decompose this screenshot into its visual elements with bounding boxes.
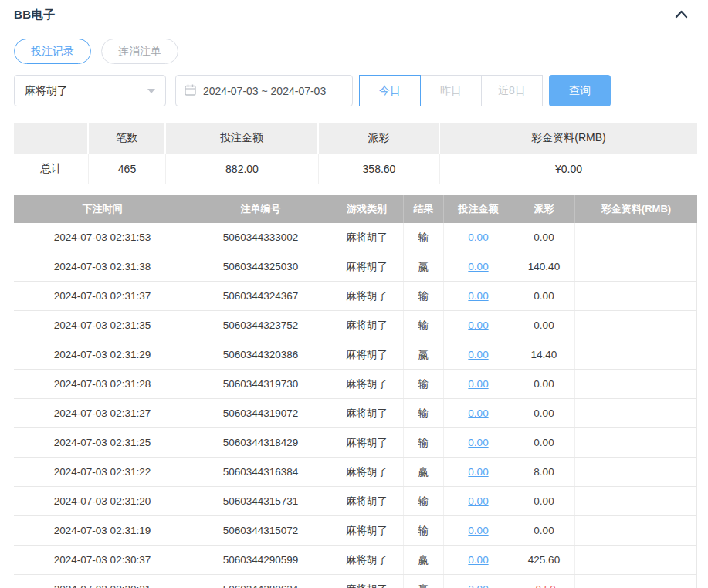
bet-amount-cell: 0.00 — [444, 311, 513, 340]
records-header-time: 下注时间 — [14, 195, 191, 223]
game-type-cell: 麻将胡了 — [330, 223, 404, 252]
table-row: 2024-07-03 02:30:215060344280634麻将胡了赢2.0… — [14, 575, 697, 588]
order-number-cell: 5060344319072 — [191, 399, 330, 427]
chevron-down-icon — [147, 89, 155, 93]
payout-cell: -0.50 — [513, 575, 575, 588]
quick-date-group: 今日 昨日 近8日 — [359, 75, 543, 106]
game-type-cell: 麻将胡了 — [330, 575, 404, 588]
game-type-cell: 麻将胡了 — [330, 399, 404, 427]
bet-amount-link[interactable]: 0.00 — [468, 290, 488, 302]
result-cell: 输 — [404, 282, 444, 310]
tab-cancel-orders-label: 连消注单 — [118, 45, 161, 59]
yesterday-button-label: 昨日 — [440, 84, 462, 98]
order-number-cell: 5060344290599 — [191, 546, 330, 574]
result-cell: 输 — [404, 311, 444, 340]
bet-amount-link[interactable]: 0.00 — [468, 466, 488, 478]
result-cell: 赢 — [404, 252, 444, 281]
bet-time-cell: 2024-07-03 02:31:29 — [14, 340, 191, 369]
order-number-cell: 5060344318429 — [191, 428, 330, 457]
payout-cell: 140.40 — [513, 252, 575, 281]
records-table: 下注时间 注单编号 游戏类别 结果 投注金额 派彩 彩金资料(RMB) 2024… — [14, 195, 697, 588]
payout-cell: 0.00 — [513, 223, 575, 252]
game-type-cell: 麻将胡了 — [330, 458, 404, 486]
records-body: 2024-07-03 02:31:535060344333002麻将胡了输0.0… — [14, 223, 697, 588]
order-number-cell: 5060344319730 — [191, 370, 330, 398]
result-cell: 输 — [404, 428, 444, 457]
game-select-value: 麻将胡了 — [25, 84, 68, 98]
records-header-bonus: 彩金资料(RMB) — [575, 195, 697, 223]
date-range-input[interactable]: 2024-07-03 ~ 2024-07-03 — [175, 75, 353, 106]
bet-amount-cell: 0.00 — [444, 282, 513, 310]
bet-time-cell: 2024-07-03 02:31:37 — [14, 282, 191, 310]
result-cell: 赢 — [404, 340, 444, 369]
summary-header-count: 笔数 — [89, 123, 166, 154]
bonus-cell — [575, 370, 697, 398]
table-row: 2024-07-03 02:31:535060344333002麻将胡了输0.0… — [14, 223, 697, 252]
game-type-cell: 麻将胡了 — [330, 282, 404, 310]
game-type-cell: 麻将胡了 — [330, 340, 404, 369]
table-row: 2024-07-03 02:31:375060344324367麻将胡了输0.0… — [14, 282, 697, 311]
game-type-cell: 麻将胡了 — [330, 370, 404, 398]
bonus-cell — [575, 311, 697, 340]
bet-amount-link[interactable]: 0.00 — [468, 261, 488, 272]
bet-amount-link[interactable]: 0.00 — [468, 319, 488, 331]
tab-bet-records-label: 投注记录 — [31, 45, 74, 59]
result-cell: 赢 — [404, 458, 444, 486]
summary-header-row: 笔数 投注金额 派彩 彩金资料(RMB) — [14, 123, 697, 154]
panel-header: BB电子 — [14, 6, 699, 23]
payout-cell: 0.00 — [513, 282, 575, 310]
bet-time-cell: 2024-07-03 02:31:19 — [14, 516, 191, 545]
bet-amount-link[interactable]: 0.00 — [468, 231, 488, 243]
records-header-row: 下注时间 注单编号 游戏类别 结果 投注金额 派彩 彩金资料(RMB) — [14, 195, 697, 223]
bet-amount-cell: 0.00 — [444, 340, 513, 369]
summary-header-payout: 派彩 — [319, 123, 440, 154]
collapse-button[interactable] — [670, 8, 693, 22]
game-type-cell: 麻将胡了 — [330, 311, 404, 340]
game-type-cell: 麻将胡了 — [330, 516, 404, 545]
table-row: 2024-07-03 02:31:255060344318429麻将胡了输0.0… — [14, 428, 697, 458]
payout-cell: 0.00 — [513, 399, 575, 427]
bet-amount-cell: 0.00 — [444, 399, 513, 427]
tab-bet-records[interactable]: 投注记录 — [14, 39, 91, 64]
bet-amount-link[interactable]: 0.00 — [468, 349, 488, 360]
record-type-tabs: 投注记录 连消注单 — [14, 39, 699, 64]
result-cell: 输 — [404, 516, 444, 545]
bonus-cell — [575, 458, 697, 486]
payout-cell: 14.40 — [513, 340, 575, 369]
last-8-days-button[interactable]: 近8日 — [481, 75, 543, 106]
payout-cell: 425.60 — [513, 546, 575, 574]
bonus-cell — [575, 575, 697, 588]
bonus-cell — [575, 282, 697, 310]
bet-amount-link[interactable]: 2.00 — [468, 583, 488, 588]
payout-cell: 0.00 — [513, 428, 575, 457]
bet-amount-link[interactable]: 0.00 — [468, 437, 488, 448]
bet-amount-link[interactable]: 0.00 — [468, 407, 488, 419]
today-button[interactable]: 今日 — [359, 75, 421, 106]
bet-amount-cell: 0.00 — [444, 516, 513, 545]
bonus-cell — [575, 487, 697, 515]
result-cell: 赢 — [404, 546, 444, 574]
payout-cell: 0.00 — [513, 311, 575, 340]
result-cell: 赢 — [404, 575, 444, 588]
bonus-cell — [575, 546, 697, 574]
search-button[interactable]: 查询 — [549, 75, 611, 106]
result-cell: 输 — [404, 487, 444, 515]
yesterday-button[interactable]: 昨日 — [420, 75, 482, 106]
result-cell: 输 — [404, 399, 444, 427]
panel: BB电子 投注记录 连消注单 麻将胡了 — [0, 0, 708, 588]
bet-amount-link[interactable]: 0.00 — [468, 554, 488, 566]
bet-amount-cell: 0.00 — [444, 458, 513, 486]
bet-time-cell: 2024-07-03 02:31:28 — [14, 370, 191, 398]
order-number-cell: 5060344324367 — [191, 282, 330, 310]
bet-amount-link[interactable]: 0.00 — [468, 378, 488, 390]
bet-amount-link[interactable]: 0.00 — [468, 525, 488, 536]
game-select[interactable]: 麻将胡了 — [14, 75, 166, 106]
tab-cancel-orders[interactable]: 连消注单 — [101, 39, 178, 64]
bet-time-cell: 2024-07-03 02:31:38 — [14, 252, 191, 281]
bet-amount-cell: 0.00 — [444, 428, 513, 457]
order-number-cell: 5060344280634 — [191, 575, 330, 588]
bet-amount-link[interactable]: 0.00 — [468, 495, 488, 507]
game-type-cell: 麻将胡了 — [330, 546, 404, 574]
payout-cell: 0.00 — [513, 370, 575, 398]
game-type-cell: 麻将胡了 — [330, 487, 404, 515]
